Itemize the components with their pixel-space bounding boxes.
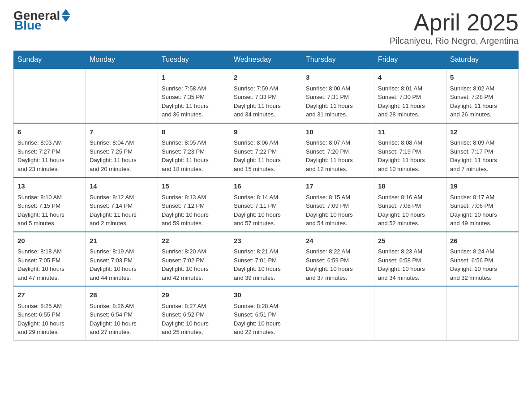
calendar-subtitle: Pilcaniyeu, Rio Negro, Argentina: [390, 36, 519, 46]
day-cell-25: 25Sunrise: 8:23 AM Sunset: 6:58 PM Dayli…: [374, 232, 446, 287]
day-cell-28: 28Sunrise: 8:26 AM Sunset: 6:54 PM Dayli…: [86, 286, 158, 340]
day-info: Sunrise: 7:59 AM Sunset: 7:33 PM Dayligh…: [234, 84, 298, 119]
day-cell-29: 29Sunrise: 8:27 AM Sunset: 6:52 PM Dayli…: [158, 286, 230, 340]
day-number: 25: [378, 236, 442, 246]
day-info: Sunrise: 8:27 AM Sunset: 6:52 PM Dayligh…: [162, 302, 226, 337]
day-info: Sunrise: 7:58 AM Sunset: 7:35 PM Dayligh…: [162, 84, 226, 119]
day-info: Sunrise: 8:23 AM Sunset: 6:58 PM Dayligh…: [378, 247, 442, 282]
day-cell-15: 15Sunrise: 8:13 AM Sunset: 7:12 PM Dayli…: [158, 177, 230, 232]
day-number: 4: [378, 73, 442, 83]
day-number: 13: [17, 181, 82, 192]
week-row-3: 13Sunrise: 8:10 AM Sunset: 7:15 PM Dayli…: [14, 177, 519, 232]
day-cell-3: 3Sunrise: 8:00 AM Sunset: 7:31 PM Daylig…: [302, 68, 374, 123]
weekday-header-saturday: Saturday: [446, 51, 519, 69]
weekday-header-monday: Monday: [86, 51, 158, 69]
day-info: Sunrise: 8:06 AM Sunset: 7:22 PM Dayligh…: [234, 138, 298, 173]
day-cell-16: 16Sunrise: 8:14 AM Sunset: 7:11 PM Dayli…: [230, 177, 302, 232]
day-number: 15: [162, 181, 226, 192]
day-cell-21: 21Sunrise: 8:19 AM Sunset: 7:03 PM Dayli…: [86, 232, 158, 287]
day-number: 7: [90, 127, 154, 137]
calendar-table: SundayMondayTuesdayWednesdayThursdayFrid…: [13, 51, 519, 341]
day-number: 16: [234, 181, 298, 192]
day-number: 22: [162, 236, 226, 246]
day-cell-11: 11Sunrise: 8:08 AM Sunset: 7:19 PM Dayli…: [374, 123, 446, 178]
day-info: Sunrise: 8:03 AM Sunset: 7:27 PM Dayligh…: [17, 138, 82, 173]
day-number: 28: [90, 290, 154, 300]
day-cell-4: 4Sunrise: 8:01 AM Sunset: 7:30 PM Daylig…: [374, 68, 446, 123]
empty-cell: [302, 286, 374, 340]
week-row-1: 1Sunrise: 7:58 AM Sunset: 7:35 PM Daylig…: [14, 68, 519, 123]
day-info: Sunrise: 8:25 AM Sunset: 6:55 PM Dayligh…: [17, 302, 82, 337]
empty-cell: [14, 68, 86, 123]
day-info: Sunrise: 8:16 AM Sunset: 7:08 PM Dayligh…: [378, 193, 442, 228]
day-cell-30: 30Sunrise: 8:28 AM Sunset: 6:51 PM Dayli…: [230, 286, 302, 340]
day-cell-12: 12Sunrise: 8:09 AM Sunset: 7:17 PM Dayli…: [446, 123, 519, 178]
day-cell-7: 7Sunrise: 8:04 AM Sunset: 7:25 PM Daylig…: [86, 123, 158, 178]
day-number: 3: [306, 73, 370, 83]
day-cell-2: 2Sunrise: 7:59 AM Sunset: 7:33 PM Daylig…: [230, 68, 302, 123]
day-info: Sunrise: 8:21 AM Sunset: 7:01 PM Dayligh…: [234, 247, 298, 282]
day-number: 26: [450, 236, 515, 246]
empty-cell: [374, 286, 446, 340]
weekday-header-thursday: Thursday: [302, 51, 374, 69]
day-cell-24: 24Sunrise: 8:22 AM Sunset: 6:59 PM Dayli…: [302, 232, 374, 287]
day-info: Sunrise: 8:01 AM Sunset: 7:30 PM Dayligh…: [378, 84, 442, 119]
day-cell-8: 8Sunrise: 8:05 AM Sunset: 7:23 PM Daylig…: [158, 123, 230, 178]
day-cell-5: 5Sunrise: 8:02 AM Sunset: 7:28 PM Daylig…: [446, 68, 519, 123]
day-cell-26: 26Sunrise: 8:24 AM Sunset: 6:56 PM Dayli…: [446, 232, 519, 287]
page-header: General Blue April 2025 Pilcaniyeu, Rio …: [13, 9, 519, 46]
day-cell-18: 18Sunrise: 8:16 AM Sunset: 7:08 PM Dayli…: [374, 177, 446, 232]
weekday-header-row: SundayMondayTuesdayWednesdayThursdayFrid…: [14, 51, 519, 69]
day-info: Sunrise: 8:26 AM Sunset: 6:54 PM Dayligh…: [90, 302, 154, 337]
week-row-2: 6Sunrise: 8:03 AM Sunset: 7:27 PM Daylig…: [14, 123, 519, 178]
day-number: 12: [450, 127, 515, 137]
title-section: April 2025 Pilcaniyeu, Rio Negro, Argent…: [390, 9, 519, 46]
day-info: Sunrise: 8:13 AM Sunset: 7:12 PM Dayligh…: [162, 193, 226, 228]
day-cell-19: 19Sunrise: 8:17 AM Sunset: 7:06 PM Dayli…: [446, 177, 519, 232]
empty-cell: [86, 68, 158, 123]
logo: General Blue: [13, 9, 70, 32]
week-row-4: 20Sunrise: 8:18 AM Sunset: 7:05 PM Dayli…: [14, 232, 519, 287]
day-cell-23: 23Sunrise: 8:21 AM Sunset: 7:01 PM Dayli…: [230, 232, 302, 287]
weekday-header-tuesday: Tuesday: [158, 51, 230, 69]
day-number: 21: [90, 236, 154, 246]
day-info: Sunrise: 8:12 AM Sunset: 7:14 PM Dayligh…: [90, 193, 154, 228]
day-number: 30: [234, 290, 298, 300]
day-cell-9: 9Sunrise: 8:06 AM Sunset: 7:22 PM Daylig…: [230, 123, 302, 178]
day-info: Sunrise: 8:20 AM Sunset: 7:02 PM Dayligh…: [162, 247, 226, 282]
day-info: Sunrise: 8:15 AM Sunset: 7:09 PM Dayligh…: [306, 193, 370, 228]
weekday-header-friday: Friday: [374, 51, 446, 69]
day-number: 2: [234, 73, 298, 83]
day-info: Sunrise: 8:00 AM Sunset: 7:31 PM Dayligh…: [306, 84, 370, 119]
day-info: Sunrise: 8:09 AM Sunset: 7:17 PM Dayligh…: [450, 138, 515, 173]
calendar-title: April 2025: [390, 9, 519, 36]
day-number: 17: [306, 181, 370, 192]
day-info: Sunrise: 8:14 AM Sunset: 7:11 PM Dayligh…: [234, 193, 298, 228]
day-cell-6: 6Sunrise: 8:03 AM Sunset: 7:27 PM Daylig…: [14, 123, 86, 178]
day-info: Sunrise: 8:04 AM Sunset: 7:25 PM Dayligh…: [90, 138, 154, 173]
day-info: Sunrise: 8:05 AM Sunset: 7:23 PM Dayligh…: [162, 138, 226, 173]
day-info: Sunrise: 8:07 AM Sunset: 7:20 PM Dayligh…: [306, 138, 370, 173]
day-number: 5: [450, 73, 515, 83]
day-info: Sunrise: 8:17 AM Sunset: 7:06 PM Dayligh…: [450, 193, 515, 228]
day-info: Sunrise: 8:19 AM Sunset: 7:03 PM Dayligh…: [90, 247, 154, 282]
day-number: 27: [17, 290, 82, 300]
weekday-header-sunday: Sunday: [14, 51, 86, 69]
day-number: 19: [450, 181, 515, 192]
day-number: 18: [378, 181, 442, 192]
day-number: 20: [17, 236, 82, 246]
day-cell-17: 17Sunrise: 8:15 AM Sunset: 7:09 PM Dayli…: [302, 177, 374, 232]
day-info: Sunrise: 8:18 AM Sunset: 7:05 PM Dayligh…: [17, 247, 82, 282]
day-cell-22: 22Sunrise: 8:20 AM Sunset: 7:02 PM Dayli…: [158, 232, 230, 287]
day-cell-14: 14Sunrise: 8:12 AM Sunset: 7:14 PM Dayli…: [86, 177, 158, 232]
day-number: 1: [162, 73, 226, 83]
day-cell-13: 13Sunrise: 8:10 AM Sunset: 7:15 PM Dayli…: [14, 177, 86, 232]
weekday-header-wednesday: Wednesday: [230, 51, 302, 69]
week-row-5: 27Sunrise: 8:25 AM Sunset: 6:55 PM Dayli…: [14, 286, 519, 340]
day-number: 11: [378, 127, 442, 137]
day-info: Sunrise: 8:22 AM Sunset: 6:59 PM Dayligh…: [306, 247, 370, 282]
day-number: 14: [90, 181, 154, 192]
day-number: 6: [17, 127, 82, 137]
day-info: Sunrise: 8:08 AM Sunset: 7:19 PM Dayligh…: [378, 138, 442, 173]
day-number: 9: [234, 127, 298, 137]
